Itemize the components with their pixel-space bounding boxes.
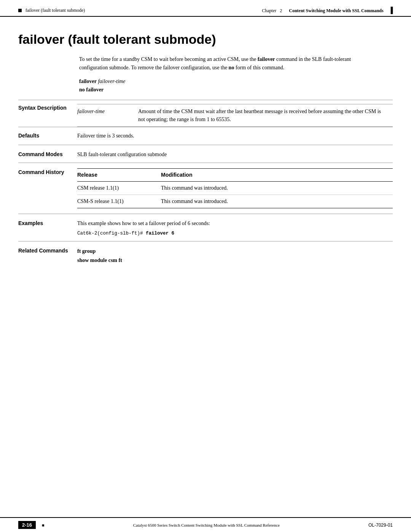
history-table: Release Modification CSM release 1.1(1) … [77,168,393,208]
header-chapter: Chapter 2 Content Switching Module with … [262,7,393,14]
defaults-section: Defaults Failover time is 3 seconds. [18,127,393,145]
syntax-commands: failover failover-time no failover [79,78,393,93]
intro-bold2: no [229,65,234,70]
syntax-desc: Amount of time the CSM must wait after t… [138,104,393,127]
history-row-2: CSM-S release 1.1(1) This command was in… [77,195,393,208]
examples-label: Examples [18,219,77,226]
footer-left: 2-16 ■ [18,521,45,529]
related-commands-label: Related Commands [18,247,77,254]
main-content: failover (fault tolerant submode) To set… [0,17,411,517]
page: failover (fault tolerant submode) Chapte… [0,0,411,532]
related-cmd-1[interactable]: ft group [77,247,393,256]
page-number: 2-16 [18,521,36,529]
syntax-table-row: failover-time Amount of time the CSM mus… [77,104,393,127]
syntax-line2: no failover [79,87,393,93]
intro-text3: form of this command. [234,65,284,70]
code-prefix: Cat6k-2(config-slb-ft)# [77,231,146,236]
related-commands-section: Related Commands ft group show module cs… [18,241,393,269]
command-modes-label: Command Modes [18,150,77,157]
syntax-cmd2: no failover [79,87,104,93]
examples-text: This example shows how to set a failover… [77,219,393,228]
page-header: failover (fault tolerant submode) Chapte… [0,0,411,17]
history-col1-header: Release [77,168,161,182]
related-commands-list: ft group show module csm ft [77,247,393,265]
history-mod-1: This command was introduced. [161,182,393,195]
history-mod-2: This command was introduced. [161,195,393,208]
syntax-description-label: Syntax Description [18,104,77,111]
command-history-content: Release Modification CSM release 1.1(1) … [77,168,393,208]
history-row-1: CSM release 1.1(1) This command was intr… [77,182,393,195]
command-history-section: Command History Release Modification CSM… [18,163,393,214]
syntax-param: failover-time [77,104,138,127]
history-release-2: CSM-S release 1.1(1) [77,195,161,208]
history-col2-header: Modification [161,168,393,182]
related-cmd-2[interactable]: show module csm ft [77,256,393,265]
examples-code: Cat6k-2(config-slb-ft)# failover 6 [77,230,393,237]
breadcrumb-text: failover (fault tolerant submode) [25,8,85,13]
intro-bold1: failover [258,56,275,62]
chapter-num: 2 [280,8,282,13]
header-border-icon: ▐ [389,7,393,13]
syntax-line1: failover failover-time [79,78,393,85]
syntax-cmd1-italic: failover-time [97,78,126,84]
examples-content: This example shows how to set a failover… [77,219,393,237]
footer-right-text: OL-7029-01 [368,522,393,528]
syntax-desc-content: failover-time Amount of time the CSM mus… [77,104,393,127]
examples-section: Examples This example shows how to set a… [18,214,393,241]
history-header-row: Release Modification [77,168,393,182]
defaults-text: Failover time is 3 seconds. [77,132,393,140]
page-title: failover (fault tolerant submode) [18,32,393,47]
command-modes-text: SLB fault-tolerant configuration submode [77,150,393,159]
intro-text1: To set the time for a standby CSM to wai… [79,56,258,62]
syntax-description-section: Syntax Description failover-time Amount … [18,100,393,127]
defaults-label: Defaults [18,132,77,139]
header-breadcrumb: failover (fault tolerant submode) [18,8,85,13]
command-history-label: Command History [18,168,77,175]
syntax-cmd1-bold: failover [79,78,97,84]
history-release-1: CSM release 1.1(1) [77,182,161,195]
chapter-title: Content Switching Module with SSL Comman… [289,8,383,13]
header-square-icon [18,9,22,12]
footer-square-icon: ■ [42,523,45,527]
page-footer: 2-16 ■ Catalyst 6500 Series Switch Conte… [0,517,411,532]
footer-center-text: Catalyst 6500 Series Switch Content Swit… [45,523,368,527]
chapter-label: Chapter [262,8,276,13]
syntax-table: failover-time Amount of time the CSM mus… [77,104,393,127]
code-bold: failover 6 [146,231,174,236]
related-commands-content: ft group show module csm ft [77,247,393,265]
intro-paragraph: To set the time for a standby CSM to wai… [79,55,378,72]
command-modes-section: Command Modes SLB fault-tolerant configu… [18,145,393,163]
